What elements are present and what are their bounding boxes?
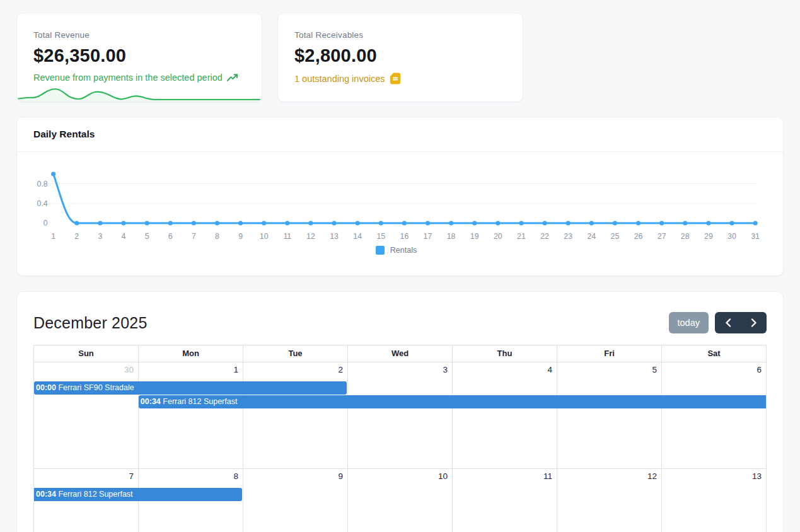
day-number: 6 bbox=[662, 362, 766, 374]
dashboard-page: Total Revenue $26,350.00 Revenue from pa… bbox=[0, 0, 800, 532]
event-time: 00:00 bbox=[36, 383, 56, 392]
svg-text:11: 11 bbox=[283, 232, 291, 241]
revenue-sparkline bbox=[17, 76, 262, 101]
svg-text:13: 13 bbox=[330, 232, 339, 241]
calendar-event[interactable]: 00:00 Ferrari SF90 Stradale bbox=[34, 381, 347, 395]
day-number: 12 bbox=[557, 469, 661, 481]
day-number: 7 bbox=[34, 469, 138, 481]
calendar-day-cell[interactable]: 9 bbox=[243, 469, 347, 532]
weekday-header-tue: Tue bbox=[243, 345, 347, 362]
calendar-day-cell[interactable]: 12 bbox=[557, 469, 661, 532]
weekday-header-thu: Thu bbox=[452, 345, 557, 362]
svg-text:14: 14 bbox=[353, 232, 362, 241]
svg-text:5: 5 bbox=[145, 232, 149, 241]
svg-text:0.8: 0.8 bbox=[37, 180, 48, 188]
day-number: 5 bbox=[557, 362, 661, 374]
day-number: 2 bbox=[243, 362, 347, 374]
calendar-grid: SunMonTueWedThuFriSat3012345600:00 Ferra… bbox=[33, 345, 767, 532]
calendar-day-cell[interactable]: 10 bbox=[347, 469, 452, 532]
weekday-header-mon: Mon bbox=[138, 345, 243, 362]
day-number: 8 bbox=[139, 469, 243, 481]
receivables-card-title: Total Receivables bbox=[294, 30, 506, 40]
calendar-card: December 2025 today SunMo bbox=[16, 291, 784, 532]
svg-text:8: 8 bbox=[215, 232, 219, 241]
svg-text:7: 7 bbox=[192, 232, 196, 241]
weekday-header-fri: Fri bbox=[557, 345, 661, 362]
day-number: 1 bbox=[139, 362, 243, 374]
calendar-header: December 2025 today bbox=[17, 292, 783, 345]
legend-label-rentals: Rentals bbox=[390, 246, 417, 255]
event-time: 00:34 bbox=[141, 397, 161, 406]
calendar-day-cell[interactable]: 4 bbox=[452, 362, 557, 468]
calendar-day-cell[interactable]: 3 bbox=[347, 362, 452, 468]
calendar-toolbar: today bbox=[669, 312, 767, 333]
chart-body: 00.40.8123456789101112131415161718192021… bbox=[17, 152, 783, 255]
svg-text:16: 16 bbox=[400, 232, 409, 241]
svg-text:17: 17 bbox=[424, 232, 432, 241]
svg-text:2: 2 bbox=[74, 232, 79, 241]
calendar-day-cell[interactable]: 2 bbox=[243, 362, 347, 468]
calendar-day-cell[interactable]: 11 bbox=[452, 469, 557, 532]
calendar-day-cell[interactable]: 6 bbox=[661, 362, 766, 468]
svg-text:30: 30 bbox=[728, 232, 736, 241]
svg-text:25: 25 bbox=[611, 232, 620, 241]
weekday-header-sat: Sat bbox=[661, 345, 766, 362]
calendar-day-cell[interactable]: 30 bbox=[34, 362, 138, 468]
calendar-day-cell[interactable]: 13 bbox=[661, 469, 766, 532]
svg-text:12: 12 bbox=[306, 232, 315, 241]
calendar-event[interactable]: 00:34 Ferrari 812 Superfast bbox=[139, 395, 766, 408]
day-number: 4 bbox=[453, 362, 557, 374]
svg-text:20: 20 bbox=[494, 232, 502, 241]
today-button[interactable]: today bbox=[669, 312, 709, 333]
svg-text:4: 4 bbox=[122, 232, 126, 241]
day-number: 13 bbox=[662, 469, 766, 481]
svg-text:29: 29 bbox=[704, 232, 713, 241]
day-number: 3 bbox=[348, 362, 452, 374]
chart-header: Daily Rentals bbox=[17, 117, 783, 152]
revenue-amount: $26,350.00 bbox=[33, 45, 245, 66]
stats-row: Total Revenue $26,350.00 Revenue from pa… bbox=[16, 13, 784, 102]
chart-legend[interactable]: Rentals bbox=[27, 246, 765, 255]
weekday-header-wed: Wed bbox=[347, 345, 452, 362]
event-title: Ferrari 812 Superfast bbox=[56, 490, 133, 499]
legend-swatch-rentals bbox=[376, 246, 385, 255]
svg-text:18: 18 bbox=[447, 232, 456, 241]
svg-text:0.4: 0.4 bbox=[37, 199, 48, 208]
svg-text:9: 9 bbox=[238, 232, 243, 241]
calendar-week-row: 7891011121300:34 Ferrari 812 Superfast bbox=[34, 468, 766, 532]
svg-text:1: 1 bbox=[51, 232, 55, 241]
svg-text:6: 6 bbox=[168, 232, 173, 241]
event-time: 00:34 bbox=[36, 490, 56, 499]
calendar-nav-group bbox=[715, 312, 767, 333]
svg-text:19: 19 bbox=[470, 232, 479, 241]
day-number: 9 bbox=[243, 469, 347, 481]
calendar-day-cell[interactable]: 1 bbox=[138, 362, 243, 468]
svg-text:0: 0 bbox=[43, 219, 48, 228]
svg-text:26: 26 bbox=[634, 232, 643, 241]
svg-text:10: 10 bbox=[260, 232, 269, 241]
day-number: 10 bbox=[348, 469, 452, 481]
total-revenue-card: Total Revenue $26,350.00 Revenue from pa… bbox=[16, 13, 262, 102]
svg-text:23: 23 bbox=[564, 232, 572, 241]
calendar-weekday-row: SunMonTueWedThuFriSat bbox=[34, 345, 766, 362]
calendar-month-title: December 2025 bbox=[33, 314, 147, 332]
calendar-week-row: 3012345600:00 Ferrari SF90 Stradale00:34… bbox=[34, 362, 766, 468]
chevron-left-icon bbox=[725, 318, 731, 327]
daily-rentals-card: Daily Rentals 00.40.81234567891011121314… bbox=[16, 117, 784, 276]
svg-text:3: 3 bbox=[98, 232, 102, 241]
prev-month-button[interactable] bbox=[715, 312, 741, 333]
svg-text:15: 15 bbox=[376, 232, 385, 241]
svg-text:28: 28 bbox=[681, 232, 690, 241]
calendar-day-cell[interactable]: 5 bbox=[557, 362, 661, 468]
receivables-subtitle: 1 outstanding invoices bbox=[294, 74, 385, 84]
total-receivables-card: Total Receivables $2,800.00 1 outstandin… bbox=[277, 13, 523, 102]
day-number: 30 bbox=[34, 362, 138, 374]
calendar-event[interactable]: 00:34 Ferrari 812 Superfast bbox=[34, 488, 242, 501]
weekday-header-sun: Sun bbox=[34, 345, 138, 362]
next-month-button[interactable] bbox=[741, 312, 767, 333]
event-title: Ferrari SF90 Stradale bbox=[56, 383, 134, 392]
chevron-right-icon bbox=[751, 318, 757, 327]
svg-text:31: 31 bbox=[751, 232, 760, 241]
svg-text:24: 24 bbox=[587, 232, 596, 241]
svg-text:21: 21 bbox=[517, 232, 526, 241]
